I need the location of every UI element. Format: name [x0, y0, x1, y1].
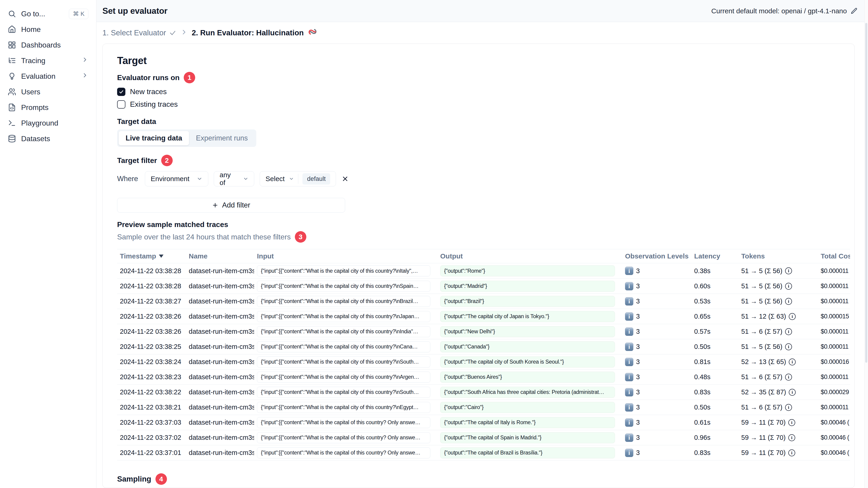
table-row[interactable]: 2024-11-22 03:38:25 dataset-run-item-cm3…: [117, 339, 850, 354]
output-json-box[interactable]: {"output":"South Africa has three capita…: [440, 387, 615, 398]
existing-traces-checkbox[interactable]: [117, 100, 125, 108]
column-header-output[interactable]: Output: [437, 252, 622, 260]
cell-tokens: 51 → 6 (Σ 57)i: [739, 373, 818, 381]
cell-name: dataset-run-item-cm3s4: [186, 267, 254, 275]
output-json-box[interactable]: {"output":"Madrid"}: [440, 281, 615, 292]
input-json-box[interactable]: {"input":[{"content":"What is the capita…: [257, 356, 430, 367]
column-header-input[interactable]: Input: [254, 252, 437, 260]
sidebar-item-users[interactable]: Users: [4, 84, 93, 100]
sidebar-item-tracing[interactable]: Tracing: [4, 53, 93, 68]
goto-search[interactable]: Go to... ⌘ K: [4, 6, 93, 22]
input-json-box[interactable]: {"input":[{"content":"What is the capita…: [257, 371, 430, 383]
tab-live-tracing-data[interactable]: Live tracing data: [119, 131, 189, 145]
tab-experiment-runs[interactable]: Experiment runs: [189, 131, 255, 145]
input-json-box[interactable]: {"input":[{"content":"What is the capita…: [257, 296, 430, 307]
table-row[interactable]: 2024-11-22 03:38:28 dataset-run-item-cm3…: [117, 263, 850, 279]
output-json-box[interactable]: {"output":"Rome"}: [440, 265, 615, 276]
output-json-box[interactable]: {"output":"The capital of Italy is Rome.…: [440, 417, 615, 428]
info-circle-icon[interactable]: i: [785, 267, 792, 274]
edit-pencil-icon[interactable]: [850, 7, 858, 15]
table-row[interactable]: 2024-11-22 03:38:27 dataset-run-item-cm3…: [117, 294, 850, 309]
sidebar-item-prompts[interactable]: Prompts: [4, 100, 93, 115]
cell-timestamp: 2024-11-22 03:37:01: [117, 449, 186, 457]
new-traces-checkbox[interactable]: [117, 88, 125, 96]
output-json-box[interactable]: {"output":"The capital of Brazil is Bras…: [440, 447, 615, 458]
info-circle-icon[interactable]: i: [789, 359, 796, 365]
output-json-box[interactable]: {"output":"Canada"}: [440, 341, 615, 352]
checkbox-row-new-traces: New traces: [117, 88, 849, 96]
input-json-box[interactable]: {"input":[{"content":"What is the capita…: [257, 341, 430, 352]
filter-value-chip: default: [303, 173, 330, 185]
cell-timestamp: 2024-11-22 03:38:23: [117, 373, 186, 381]
input-json-box[interactable]: {"input":[{"content":"What is the capita…: [257, 265, 430, 276]
evaluator-config-card: Target Evaluator runs on 1 New traces Ex…: [102, 43, 855, 488]
step-select-evaluator[interactable]: 1. Select Evaluator: [102, 29, 176, 37]
home-icon: [8, 25, 16, 34]
cell-observation-levels: i3: [622, 433, 691, 442]
column-header-tokens[interactable]: Tokens: [739, 252, 818, 260]
cell-latency: 0.57s: [691, 328, 739, 335]
cell-observation-levels: i3: [622, 418, 691, 427]
input-json-box[interactable]: {"input":[{"content":"What is the capita…: [257, 281, 430, 292]
column-header-name[interactable]: Name: [186, 252, 254, 260]
table-row[interactable]: 2024-11-22 03:38:23 dataset-run-item-cm3…: [117, 369, 850, 385]
sidebar-item-evaluation[interactable]: Evaluation: [4, 68, 93, 84]
table-row[interactable]: 2024-11-22 03:38:26 dataset-run-item-cm3…: [117, 324, 850, 339]
window-scrollbar[interactable]: [864, 0, 868, 488]
sidebar-item-playground[interactable]: Playground: [4, 115, 93, 131]
info-square-icon: i: [625, 313, 633, 321]
column-header-latency[interactable]: Latency: [691, 252, 739, 260]
input-json-box[interactable]: {"input":[{"content":"What is the capita…: [257, 387, 430, 398]
output-json-box[interactable]: {"output":"The capital city of Japan is …: [440, 311, 615, 322]
sidebar-item-datasets[interactable]: Datasets: [4, 131, 93, 147]
input-json-box[interactable]: {"input":[{"content":"What is the capita…: [257, 326, 430, 337]
remove-filter-button[interactable]: [341, 175, 349, 183]
output-json-box[interactable]: {"output":"Buenos Aires"}: [440, 371, 615, 383]
table-row[interactable]: 2024-11-22 03:37:01 dataset-run-item-cm3…: [117, 445, 850, 460]
cell-timestamp: 2024-11-22 03:38:22: [117, 388, 186, 396]
input-json-box[interactable]: {"input":[{"content":"What is the capita…: [257, 447, 430, 458]
input-json-box[interactable]: {"input":[{"content":"What is the capita…: [257, 417, 430, 428]
info-circle-icon[interactable]: i: [789, 389, 796, 396]
cell-tokens: 51 → 6 (Σ 57)i: [739, 328, 818, 335]
info-circle-icon[interactable]: i: [788, 434, 795, 441]
input-json-box[interactable]: {"input":[{"content":"What is the capita…: [257, 402, 430, 413]
info-circle-icon[interactable]: i: [785, 344, 792, 350]
table-row[interactable]: 2024-11-22 03:38:26 dataset-run-item-cm3…: [117, 309, 850, 324]
column-header-timestamp[interactable]: Timestamp: [117, 252, 186, 260]
info-circle-icon[interactable]: i: [789, 313, 796, 320]
add-filter-button[interactable]: Add filter: [117, 198, 345, 213]
input-json-box[interactable]: {"input":[{"content":"What is the capita…: [257, 311, 430, 322]
table-row[interactable]: 2024-11-22 03:38:22 dataset-run-item-cm3…: [117, 385, 850, 400]
info-circle-icon[interactable]: i: [785, 328, 792, 335]
output-json-box[interactable]: {"output":"Cairo"}: [440, 402, 615, 413]
step-badge-3: 3: [295, 231, 306, 242]
cell-output: {"output":"Brazil"}: [437, 296, 622, 307]
main-area: Set up evaluator Current default model: …: [96, 0, 868, 488]
info-circle-icon[interactable]: i: [788, 449, 795, 456]
info-circle-icon[interactable]: i: [788, 419, 795, 426]
table-row[interactable]: 2024-11-22 03:38:24 dataset-run-item-cm3…: [117, 354, 850, 369]
filter-value-select[interactable]: Select default: [260, 171, 336, 186]
sidebar-item-home[interactable]: Home: [4, 22, 93, 37]
info-circle-icon[interactable]: i: [785, 283, 792, 290]
info-circle-icon[interactable]: i: [785, 374, 792, 381]
info-circle-icon[interactable]: i: [785, 404, 792, 411]
output-json-box[interactable]: {"output":"The capital of Spain is Madri…: [440, 432, 615, 443]
table-row[interactable]: 2024-11-22 03:38:21 dataset-run-item-cm3…: [117, 400, 850, 415]
output-json-box[interactable]: {"output":"The capital city of South Kor…: [440, 356, 615, 367]
input-json-box[interactable]: {"input":[{"content":"What is the capita…: [257, 432, 430, 443]
table-row[interactable]: 2024-11-22 03:37:02 dataset-run-item-cm3…: [117, 430, 850, 445]
column-header-total-cost[interactable]: Total Cost: [818, 252, 850, 260]
filter-operator-select[interactable]: any of: [214, 171, 254, 186]
table-row[interactable]: 2024-11-22 03:37:03 dataset-run-item-cm3…: [117, 415, 850, 430]
cell-output: {"output":"Madrid"}: [437, 281, 622, 292]
sidebar-item-dashboards[interactable]: Dashboards: [4, 37, 93, 53]
output-json-box[interactable]: {"output":"New Delhi"}: [440, 326, 615, 337]
output-json-box[interactable]: {"output":"Brazil"}: [440, 296, 615, 307]
table-row[interactable]: 2024-11-22 03:38:28 dataset-run-item-cm3…: [117, 279, 850, 294]
column-header-observation-levels[interactable]: Observation Levels: [622, 252, 691, 260]
info-circle-icon[interactable]: i: [785, 298, 792, 305]
filter-column-select[interactable]: Environment: [145, 171, 208, 186]
scrollbar-thumb[interactable]: [865, 23, 867, 363]
